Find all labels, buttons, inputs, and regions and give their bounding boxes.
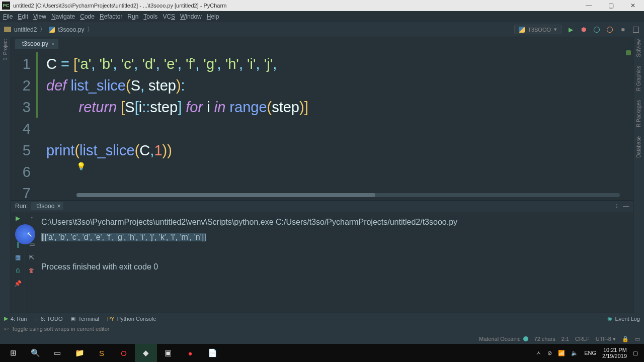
status-position[interactable]: 2:1 xyxy=(561,336,569,342)
windows-taskbar: ⊞ 🔍 ▭ 📁 S O ◆ ▣ ● 📄 ㅅ ⊘ 📶 🔈 ENG 10:21 PM… xyxy=(0,344,644,362)
tool-python-console[interactable]: PYPython Console xyxy=(107,316,156,322)
status-chars: 72 chars xyxy=(534,336,555,342)
menu-tools[interactable]: Tools xyxy=(143,13,157,20)
menu-window[interactable]: Window xyxy=(180,13,202,20)
readonly-icon[interactable]: 🔒 xyxy=(622,336,629,342)
tray-chevron-icon[interactable]: ㅅ xyxy=(536,349,541,357)
app-icon: PC xyxy=(2,2,10,10)
minimize-button[interactable]: — xyxy=(578,0,600,11)
python-file-icon xyxy=(49,27,55,33)
up-icon[interactable]: ↑ xyxy=(30,215,33,222)
close-tab-icon[interactable]: × xyxy=(51,41,54,47)
breadcrumb-project[interactable]: untitled2 xyxy=(14,26,37,33)
code-content[interactable]: C = ['a', 'b', 'c', 'd', 'e', 'f', 'g', … xyxy=(36,49,633,200)
tool-terminal[interactable]: ▣Terminal xyxy=(70,315,99,322)
editor-tabs: t3sooo.py × xyxy=(11,37,633,49)
hide-icon[interactable]: — xyxy=(623,203,629,210)
file-explorer-icon[interactable]: 📁 xyxy=(68,344,91,362)
task-view-icon[interactable]: ▭ xyxy=(46,344,68,362)
run-tab[interactable]: t3sooo × xyxy=(31,202,63,210)
pycharm-icon[interactable]: ◆ xyxy=(135,344,157,362)
profile-button[interactable] xyxy=(606,26,614,34)
panel-rpackages[interactable]: R Packages xyxy=(636,100,641,127)
start-button[interactable]: ⊞ xyxy=(2,344,24,362)
menu-help[interactable]: Help xyxy=(207,13,219,20)
opera-icon[interactable]: O xyxy=(113,344,135,362)
close-button[interactable]: ✕ xyxy=(622,0,644,11)
panel-database[interactable]: Database xyxy=(636,136,641,158)
stop-button[interactable]: ■ xyxy=(619,26,627,34)
python-icon xyxy=(519,27,525,33)
line-numbers: 1 2 3 4 5 6 7 xyxy=(11,49,36,200)
analysis-ok-icon xyxy=(626,50,631,55)
coverage-button[interactable] xyxy=(593,26,601,34)
rerun-icon[interactable]: ▶ xyxy=(16,215,20,222)
window-titlebar: PC untitled2 [C:\Users\t3so\PycharmProje… xyxy=(0,0,644,11)
run-tool-window: Run: t3sooo × ⁝ — ▶ ■ ‖ ▦ ⎙ 📌 xyxy=(11,200,633,313)
hint-bar: ↩ Toggle using soft wraps in current edi… xyxy=(0,324,644,334)
menu-vcs[interactable]: VCS xyxy=(163,13,175,20)
panel-sciview[interactable]: SciView xyxy=(636,39,641,57)
editor-horizontal-scrollbar[interactable] xyxy=(76,193,620,197)
output-result-selected: ['a', 'b', 'c', 'd', 'e', 'f', 'g', 'h',… xyxy=(44,233,206,241)
system-tray: ㅅ ⊘ 📶 🔈 ENG 10:21 PM 2/19/2019 ▢ xyxy=(536,347,642,359)
app-icon-1[interactable]: ▣ xyxy=(157,344,179,362)
pin-icon[interactable]: 📌 xyxy=(14,280,22,287)
run-button[interactable]: ▶ xyxy=(567,26,575,34)
tray-network-icon[interactable]: ⊘ xyxy=(547,350,552,356)
menubar: File Edit View Navigate Code Refactor Ru… xyxy=(0,11,644,22)
settings-icon[interactable]: ⁝ xyxy=(616,203,618,210)
clear-icon[interactable]: 🗑 xyxy=(29,267,35,274)
breadcrumb-file[interactable]: t3sooo.py xyxy=(58,26,84,33)
bottom-toolbar: ▶4: Run ≡6: TODO ▣Terminal PYPython Cons… xyxy=(0,313,644,324)
tool-todo[interactable]: ≡6: TODO xyxy=(35,316,62,322)
panel-rgraphics[interactable]: R Graphics xyxy=(636,66,641,91)
close-icon[interactable]: × xyxy=(57,203,60,210)
chevron-down-icon: ▾ xyxy=(554,26,557,33)
left-tool-gutter: 1: Project xyxy=(0,37,11,313)
tool-run[interactable]: ▶4: Run xyxy=(4,315,27,322)
maximize-button[interactable]: ▢ xyxy=(600,0,622,11)
status-lineend[interactable]: CRLF xyxy=(575,336,590,342)
menu-navigate[interactable]: Navigate xyxy=(51,13,75,20)
right-tool-gutter: SciView R Graphics R Packages Database xyxy=(633,37,644,313)
record-icon[interactable]: ● xyxy=(179,344,201,362)
tray-wifi-icon[interactable]: 📶 xyxy=(558,350,565,356)
tray-volume-icon[interactable]: 🔈 xyxy=(571,350,578,356)
tab-label: t3sooo.py xyxy=(22,40,48,47)
app-icon-2[interactable]: 📄 xyxy=(201,344,223,362)
sublime-icon[interactable]: S xyxy=(91,344,113,362)
print-icon[interactable]: ⎙ xyxy=(16,267,20,274)
event-log[interactable]: ◉Event Log xyxy=(607,315,640,322)
status-bar: Material Oceanic 72 chars 2:1 CRLF UTF-8… xyxy=(0,334,644,344)
menu-view[interactable]: View xyxy=(33,13,46,20)
output-cmd: C:\Users\t3so\PycharmProjects\untitled2\… xyxy=(41,218,457,226)
menu-file[interactable]: File xyxy=(3,13,13,20)
run-config-selector[interactable]: T3SOOO ▾ xyxy=(514,25,561,34)
debug-button[interactable]: ⬢ xyxy=(580,26,588,34)
vcs-gutter-mark xyxy=(36,52,38,118)
menu-refactor[interactable]: Refactor xyxy=(100,13,122,20)
softwrap-icon: ↩ xyxy=(4,326,9,332)
export-icon[interactable]: ⇱ xyxy=(29,254,34,261)
run-output[interactable]: C:\Users\t3so\PycharmProjects\untitled2\… xyxy=(38,212,633,313)
tray-lang[interactable]: ENG xyxy=(584,350,596,356)
status-encoding[interactable]: UTF-8 ▾ xyxy=(596,336,616,342)
code-editor[interactable]: 1 2 3 4 5 6 7 C = ['a', 'b', 'c', 'd', '… xyxy=(11,49,633,200)
taskbar-clock[interactable]: 10:21 PM 2/19/2019 xyxy=(602,347,627,359)
notifications-icon[interactable]: ▢ xyxy=(633,350,638,356)
output-finished: Process finished with exit code 0 xyxy=(41,262,158,271)
theme-indicator[interactable]: Material Oceanic xyxy=(479,336,528,342)
menu-run[interactable]: Run xyxy=(127,13,138,20)
panel-project[interactable]: 1: Project xyxy=(3,39,8,60)
menu-code[interactable]: Code xyxy=(80,13,95,20)
folder-icon xyxy=(4,27,11,32)
search-icon[interactable]: 🔍 xyxy=(24,344,46,362)
layout-icon[interactable]: ▦ xyxy=(15,254,21,261)
menu-edit[interactable]: Edit xyxy=(18,13,28,20)
cursor-icon: ↖ xyxy=(27,230,33,238)
editor-tab[interactable]: t3sooo.py × xyxy=(15,39,58,49)
search-everywhere-button[interactable] xyxy=(632,26,640,34)
intention-bulb-icon[interactable]: 💡 xyxy=(76,162,86,171)
status-memory-icon[interactable]: ▭ xyxy=(635,336,640,342)
